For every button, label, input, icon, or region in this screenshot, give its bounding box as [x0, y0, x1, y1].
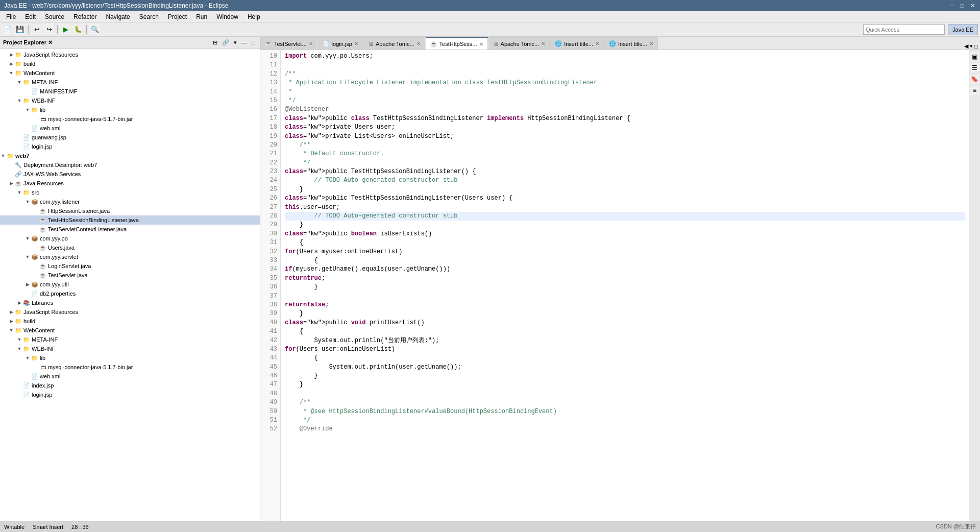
line-num-22: 22 [260, 159, 277, 167]
tree-item-11[interactable]: 📄login.jsp [0, 142, 260, 151]
menu-edit[interactable]: Edit [21, 12, 40, 21]
tab-close-5[interactable]: ✕ [541, 41, 545, 46]
explorer-maximize[interactable]: □ [250, 39, 257, 46]
quick-access-box[interactable] [863, 25, 945, 35]
code-line-21: * Default constructor. [285, 150, 965, 158]
menu-help[interactable]: Help [243, 12, 264, 21]
tree-container[interactable]: ▶📁JavaScript Resources▶📁build▼📁WebConten… [0, 49, 260, 521]
tree-item-4[interactable]: ▼📁META-INF [0, 78, 260, 87]
menu-window[interactable]: Window [212, 12, 242, 21]
tree-item-36[interactable]: 📄web.xml [0, 372, 260, 381]
tree-item-3[interactable]: ▼📁WebContent [0, 68, 260, 78]
editor-tab-6[interactable]: 🌐Insert title...✕ [550, 37, 604, 50]
menu-file[interactable]: File [2, 12, 20, 21]
tab-close-1[interactable]: ✕ [309, 41, 313, 46]
tree-item-38[interactable]: 📄login.jsp [0, 390, 260, 399]
toolbar-search[interactable]: 🔍 [89, 24, 101, 35]
tree-item-31[interactable]: ▼📁WebContent [0, 326, 260, 335]
tree-item-20[interactable]: ☕TestServletContextListener.java [0, 225, 260, 234]
tree-item-13[interactable]: 🔧Deployment Descriptor: web7 [0, 160, 260, 170]
explorer-menu[interactable]: ▾ [232, 39, 238, 46]
tree-item-28[interactable]: ▶📚Libraries [0, 298, 260, 307]
code-area[interactable]: import com.yyy.po.Users;/** * Applicatio… [281, 50, 969, 521]
tab-maximize[interactable]: □ [974, 43, 978, 50]
tab-close-3[interactable]: ✕ [416, 41, 421, 46]
explorer-link[interactable]: 🔗 [220, 39, 231, 46]
maximize-button[interactable]: □ [959, 2, 966, 9]
tree-item-33[interactable]: ▼📁WEB-INF [0, 344, 260, 353]
tree-item-9[interactable]: 📄web.xml [0, 124, 260, 133]
tree-item-32[interactable]: ▼📁META-INF [0, 335, 260, 344]
explorer-minimize[interactable]: — [240, 39, 249, 46]
tab-close-7[interactable]: ✕ [649, 41, 653, 46]
tree-item-22[interactable]: ☕Users.java [0, 243, 260, 252]
tree-item-16[interactable]: ▼📁src [0, 188, 260, 197]
tab-close-4[interactable]: ✕ [479, 41, 483, 47]
tab-close-2[interactable]: ✕ [354, 41, 358, 46]
tree-item-25[interactable]: ☕TestServlet.java [0, 271, 260, 280]
line-num-20: 20 [260, 141, 277, 150]
sidebar-task[interactable]: ☰ [970, 63, 979, 72]
editor-tab-3[interactable]: 🖥Apache Tomc...✕ [363, 37, 425, 50]
tab-label-3: Apache Tomc... [376, 41, 414, 47]
tree-item-1[interactable]: ▶📁JavaScript Resources [0, 50, 260, 59]
tab-close-6[interactable]: ✕ [595, 41, 599, 46]
tree-item-18[interactable]: ☕HttpSessionListener.java [0, 206, 260, 215]
tree-item-24[interactable]: ☕LoginServlet.java [0, 261, 260, 271]
line-num-13: 13 [260, 79, 277, 87]
editor-tab-7[interactable]: 🌐Insert title...✕ [604, 37, 658, 50]
menu-navigate[interactable]: Navigate [102, 12, 134, 21]
tree-item-17[interactable]: ▼📦com.yyy.listener [0, 197, 260, 206]
menu-search[interactable]: Search [135, 12, 163, 21]
tree-label-3: WebContent [23, 70, 55, 76]
toolbar-save[interactable]: 💾 [14, 24, 26, 35]
tree-item-37[interactable]: 📄index.jsp [0, 381, 260, 390]
tree-item-8[interactable]: 🗃mysql-connector-java-5.1.7-bin.jar [0, 114, 260, 124]
editor-tab-5[interactable]: 🖥Apache Tomc...✕ [488, 37, 550, 50]
toolbar-redo[interactable]: ↪ [43, 24, 55, 35]
menu-project[interactable]: Project [164, 12, 191, 21]
line-numbers: 1011121314151617181920212223242526272829… [260, 50, 281, 521]
close-button[interactable]: ✕ [969, 2, 976, 9]
tree-item-5[interactable]: 📄MANIFEST.MF [0, 87, 260, 96]
sidebar-diff[interactable]: ≡ [970, 86, 979, 95]
tree-icon-38: 📄 [22, 391, 31, 398]
tree-item-27[interactable]: 📄db2.properties [0, 289, 260, 298]
menu-source[interactable]: Source [41, 12, 68, 21]
sidebar-bookmark[interactable]: 🔖 [970, 75, 979, 84]
tab-scroll-left[interactable]: ◀ [964, 43, 968, 50]
code-line-34: if(myuser.getUname().equals(user.getUnam… [285, 265, 965, 274]
menu-refactor[interactable]: Refactor [69, 12, 101, 21]
toolbar-run[interactable]: ▶ [60, 24, 71, 35]
line-num-48: 48 [260, 390, 277, 398]
tree-item-29[interactable]: ▶📁JavaScript Resources [0, 307, 260, 317]
perspective-java-ee[interactable]: Java EE [948, 24, 978, 35]
explorer-collapse[interactable]: ⊟ [211, 39, 219, 46]
tree-item-21[interactable]: ▼📦com.yyy.po [0, 234, 260, 243]
tree-item-2[interactable]: ▶📁build [0, 59, 260, 68]
editor-tab-2[interactable]: 📄login.jsp✕ [318, 37, 363, 50]
tree-item-19[interactable]: ☕TestHttpSessionBindingListener.java [0, 215, 260, 225]
tree-item-10[interactable]: 📄guanwang.jsp [0, 133, 260, 142]
tree-item-35[interactable]: 🗃mysql-connector-java-5.1.7-bin.jar [0, 362, 260, 372]
tree-icon-18: ☕ [39, 207, 47, 214]
tree-item-15[interactable]: ▶☕Java Resources [0, 179, 260, 188]
quick-access-input[interactable] [866, 27, 932, 33]
tree-item-26[interactable]: ▶📦com.yyy.util [0, 280, 260, 289]
toolbar-debug[interactable]: 🐛 [72, 24, 84, 35]
tab-open-list[interactable]: ▾ [970, 43, 973, 50]
minimize-button[interactable]: ─ [948, 2, 955, 9]
tree-item-12[interactable]: ▼📁web7 [0, 151, 260, 160]
editor-tab-1[interactable]: ☕TestServlet...✕ [260, 37, 317, 50]
menu-run[interactable]: Run [192, 12, 211, 21]
tree-item-23[interactable]: ▼📦com.yyy.servlet [0, 252, 260, 261]
editor-tab-4[interactable]: ☕TestHttpSess...✕ [426, 37, 488, 50]
tree-item-30[interactable]: ▶📁build [0, 317, 260, 326]
tree-item-7[interactable]: ▼📁lib [0, 105, 260, 114]
tree-item-14[interactable]: 🔗JAX-WS Web Services [0, 170, 260, 179]
toolbar-new[interactable]: 📄 [2, 24, 13, 35]
sidebar-overview[interactable]: ▣ [970, 52, 979, 61]
toolbar-undo[interactable]: ↩ [31, 24, 42, 35]
tree-item-6[interactable]: ▼📁WEB-INF [0, 96, 260, 105]
tree-item-34[interactable]: ▼📁lib [0, 353, 260, 362]
